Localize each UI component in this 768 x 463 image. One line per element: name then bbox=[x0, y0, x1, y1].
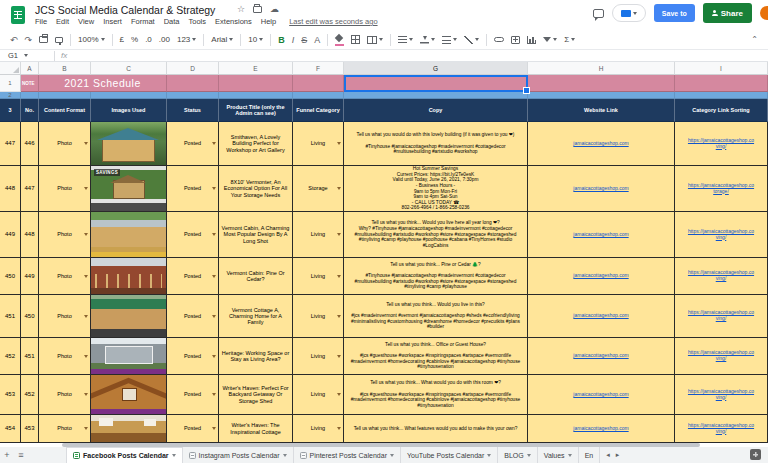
zoom-select[interactable]: 100% bbox=[78, 35, 104, 44]
cell-content-format[interactable]: Photo bbox=[39, 166, 91, 212]
website-link[interactable]: jamaicacottageshop.com bbox=[573, 273, 628, 279]
dropdown-arrow-icon[interactable] bbox=[337, 427, 341, 430]
selected-cell-g1[interactable] bbox=[344, 75, 528, 92]
italic-button[interactable]: I bbox=[292, 35, 295, 45]
cell[interactable] bbox=[39, 92, 91, 99]
cell-website-link[interactable]: jamaicacottageshop.com bbox=[528, 258, 675, 295]
dropdown-arrow-icon[interactable] bbox=[84, 187, 88, 190]
dropdown-arrow-icon[interactable] bbox=[212, 233, 216, 236]
merge-cells-button[interactable] bbox=[367, 36, 383, 44]
cell[interactable] bbox=[293, 75, 344, 92]
row-header[interactable]: 450 bbox=[0, 258, 21, 295]
row-header[interactable]: 451 bbox=[0, 295, 21, 338]
category-link[interactable]: https://jamaicacottageshop.co ving/ bbox=[688, 389, 754, 401]
cell-content-format[interactable]: Photo bbox=[39, 415, 91, 443]
cell[interactable] bbox=[344, 92, 528, 99]
cell-product-title[interactable]: 8X10' Vermonter, An Economical Option Fo… bbox=[219, 166, 293, 212]
bold-button[interactable]: B bbox=[278, 35, 285, 45]
cell-no[interactable]: 446 bbox=[21, 122, 39, 166]
schedule-title-cell[interactable]: 2021 Schedule bbox=[39, 75, 167, 92]
tab-instagram-posts-calendar[interactable]: Instagram Posts Calendar bbox=[183, 447, 294, 463]
cloud-status-icon[interactable]: ☁ bbox=[270, 4, 279, 14]
cell-funnel-category[interactable]: Living bbox=[293, 415, 344, 443]
menu-view[interactable]: View bbox=[78, 17, 94, 26]
cell[interactable] bbox=[167, 92, 219, 99]
share-button[interactable]: Share bbox=[703, 3, 752, 23]
borders-button[interactable] bbox=[351, 35, 360, 44]
horizontal-align-button[interactable] bbox=[398, 36, 413, 44]
dropdown-arrow-icon[interactable] bbox=[212, 355, 216, 358]
functions-button[interactable]: Σ bbox=[564, 35, 575, 44]
name-box[interactable]: G1 bbox=[0, 51, 48, 60]
tab-en-truncated[interactable]: En bbox=[579, 447, 601, 463]
column-header-h[interactable]: H bbox=[528, 62, 675, 75]
cell-product-title[interactable]: Smithaven, A Lovely Building Perfect for… bbox=[219, 122, 293, 166]
column-header-a[interactable]: A bbox=[21, 62, 39, 75]
cell-no[interactable]: 452 bbox=[21, 375, 39, 415]
insert-chart-button[interactable] bbox=[527, 36, 536, 44]
header-copy[interactable]: Copy bbox=[344, 99, 528, 122]
tab-youtube-posts-calendar[interactable]: YouTube Posts Calendar bbox=[401, 447, 498, 463]
cell-status[interactable]: Posted bbox=[167, 415, 219, 443]
row-header-3[interactable]: 3 bbox=[0, 99, 21, 122]
cell-category-link[interactable]: https://jamaicacottageshop.co ving/ bbox=[675, 212, 768, 258]
tab-scroll-left-button[interactable]: ◂ bbox=[606, 451, 610, 459]
header-category-link-sorting[interactable]: Category Link Sorting bbox=[675, 99, 768, 122]
dropdown-arrow-icon[interactable] bbox=[337, 142, 341, 145]
menu-extensions[interactable]: Extensions bbox=[215, 17, 252, 26]
cell-funnel-category[interactable]: Living bbox=[293, 375, 344, 415]
column-header-d[interactable]: D bbox=[167, 62, 219, 75]
menu-data[interactable]: Data bbox=[164, 17, 180, 26]
cell-no[interactable]: 451 bbox=[21, 338, 39, 375]
cell-funnel-category[interactable]: Living bbox=[293, 258, 344, 295]
website-link[interactable]: jamaicacottageshop.com bbox=[573, 313, 628, 319]
column-header-e[interactable]: E bbox=[219, 62, 293, 75]
cell-category-link[interactable]: https://jamaicacottageshop.co ving/ bbox=[675, 415, 768, 443]
cell-copy[interactable]: Tell us what you think... Would you live… bbox=[344, 295, 528, 338]
row-header[interactable]: 447 bbox=[0, 122, 21, 166]
text-wrap-button[interactable] bbox=[442, 36, 457, 44]
row-header[interactable]: 452 bbox=[0, 338, 21, 375]
dropdown-arrow-icon[interactable] bbox=[337, 275, 341, 278]
dropdown-arrow-icon[interactable] bbox=[212, 142, 216, 145]
row-header-2[interactable]: 2 bbox=[0, 92, 21, 99]
dropdown-arrow-icon[interactable] bbox=[84, 142, 88, 145]
cell-category-link[interactable]: https://jamaicacottageshop.co ving/ bbox=[675, 122, 768, 166]
cell-website-link[interactable]: jamaicacottageshop.com bbox=[528, 375, 675, 415]
present-button[interactable] bbox=[612, 4, 646, 22]
more-formats-button[interactable]: 123 bbox=[177, 35, 196, 44]
cell-image[interactable] bbox=[91, 122, 167, 166]
cell-image[interactable] bbox=[91, 338, 167, 375]
cell-product-title[interactable]: Vermont Cabin, A Charming Most Popular D… bbox=[219, 212, 293, 258]
avatar[interactable] bbox=[760, 6, 768, 20]
cell-content-format[interactable]: Photo bbox=[39, 212, 91, 258]
row-header-1[interactable]: 1 bbox=[0, 75, 21, 92]
menu-insert[interactable]: Insert bbox=[103, 17, 122, 26]
cell-website-link[interactable]: jamaicacottageshop.com bbox=[528, 122, 675, 166]
menu-edit[interactable]: Edit bbox=[56, 17, 69, 26]
cell-product-title[interactable]: Vermont Cabin: Pine Or Cedar? bbox=[219, 258, 293, 295]
cell-content-format[interactable]: Photo bbox=[39, 338, 91, 375]
cell-copy[interactable]: Tell us what you think... What would you… bbox=[344, 375, 528, 415]
explore-button[interactable] bbox=[750, 449, 761, 460]
cell-copy[interactable]: Tell us what you think... Office or Gues… bbox=[344, 338, 528, 375]
cell-content-format[interactable]: Photo bbox=[39, 295, 91, 338]
cell-website-link[interactable]: jamaicacottageshop.com bbox=[528, 338, 675, 375]
category-link[interactable]: https://jamaicacottageshop.co ving/ bbox=[688, 229, 754, 241]
cell-image[interactable] bbox=[91, 415, 167, 443]
dropdown-arrow-icon[interactable] bbox=[84, 275, 88, 278]
cell-funnel-category[interactable]: Living bbox=[293, 295, 344, 338]
cell-product-title[interactable]: Heritage: Working Space or Stay as Livin… bbox=[219, 338, 293, 375]
row-header[interactable]: 449 bbox=[0, 212, 21, 258]
cell-content-format[interactable]: Photo bbox=[39, 122, 91, 166]
cell-content-format[interactable]: Photo bbox=[39, 375, 91, 415]
cell-category-link[interactable]: https://jamaicacottageshop.co ving/ bbox=[675, 258, 768, 295]
cell-category-link[interactable]: https://jamaicacottageshop.co ving/ bbox=[675, 375, 768, 415]
header-website-link[interactable]: Website Link bbox=[528, 99, 675, 122]
cell-no[interactable]: 450 bbox=[21, 295, 39, 338]
cell-funnel-category[interactable]: Living bbox=[293, 212, 344, 258]
chevron-down-icon[interactable] bbox=[568, 454, 572, 457]
cell-status[interactable]: Posted bbox=[167, 338, 219, 375]
header-funnel-category[interactable]: Funnel Category bbox=[293, 99, 344, 122]
cell[interactable] bbox=[21, 92, 39, 99]
